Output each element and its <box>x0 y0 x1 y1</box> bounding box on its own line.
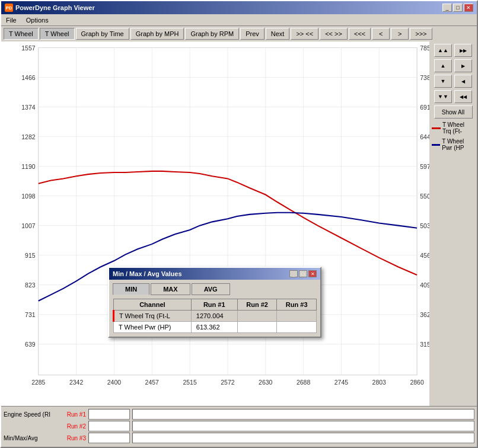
run1-val-1: 1270.004 <box>191 311 237 322</box>
svg-text:731: 731 <box>25 312 36 318</box>
run3-val-2 <box>277 322 317 333</box>
svg-text:2457: 2457 <box>145 379 159 386</box>
svg-text:1098: 1098 <box>21 193 35 200</box>
bottom-row-engine: Engine Speed (RI Run #1 <box>4 409 474 420</box>
graph-by-rpm-button[interactable]: Graph by RPM <box>185 28 239 40</box>
modal-maximize-button[interactable]: □ <box>299 270 307 277</box>
scroll-left-bottom-button[interactable]: ◀◀ <box>454 90 472 103</box>
graph-by-time-button[interactable]: Graph by Time <box>76 28 129 40</box>
legend-torque: T Wheel Trq (Ft- <box>432 121 474 135</box>
menu-options[interactable]: Options <box>24 16 51 24</box>
zoom-out-button[interactable]: << >> <box>320 28 348 40</box>
run2-val-1 <box>237 311 277 322</box>
close-button[interactable]: ✕ <box>464 4 473 12</box>
svg-text:1466: 1466 <box>21 75 35 81</box>
bottom-row-run3: Min/Max/Avg Run #3 <box>4 433 474 443</box>
table-row: T Wheel Trq (Ft-L 1270.004 <box>114 311 317 322</box>
menu-file[interactable]: File <box>4 16 19 24</box>
tab-min[interactable]: MIN <box>113 283 149 295</box>
svg-text:1374: 1374 <box>21 104 35 111</box>
right-panel-row-2: ▲ ▶ <box>434 59 472 72</box>
modal-controls: _ □ ✕ <box>289 270 317 277</box>
scroll-left2-button[interactable]: ◀ <box>454 75 472 88</box>
app-icon: PD <box>5 4 13 12</box>
data-table: Channel Run #1 Run #2 Run #3 T Wheel Trq… <box>113 299 317 333</box>
run1-label: Run #1 <box>59 411 86 418</box>
run2-input[interactable] <box>88 421 130 431</box>
svg-text:2745: 2745 <box>334 379 348 386</box>
svg-text:2572: 2572 <box>221 379 234 386</box>
tab-twheel-1[interactable]: T Wheel <box>4 28 39 40</box>
legend-power-color <box>432 144 440 146</box>
zoom-left-button[interactable]: <<< <box>349 28 371 40</box>
tab-avg[interactable]: AVG <box>192 283 230 295</box>
scroll-up-double-button[interactable]: ▲▲ <box>434 44 452 57</box>
col-run1: Run #1 <box>191 299 237 311</box>
scroll-right-top-button[interactable]: ▶▶ <box>454 44 472 57</box>
run3-input[interactable] <box>88 433 130 443</box>
zoom-in-button[interactable]: >> << <box>291 28 318 40</box>
scroll-down-double-button[interactable]: ▼▼ <box>434 90 452 103</box>
main-content: 1557 1466 1374 1282 1190 1098 1007 915 8… <box>1 41 477 406</box>
modal-tabs: MIN MAX AVG <box>113 283 317 295</box>
scroll-left-button[interactable]: < <box>372 28 390 40</box>
minimize-button[interactable]: _ <box>442 4 452 12</box>
chart-svg: 1557 1466 1374 1282 1190 1098 1007 915 8… <box>1 41 429 406</box>
title-bar: PD PowerDyne Graph Viewer _ □ ✕ <box>1 1 477 14</box>
next-button[interactable]: Next <box>266 28 290 40</box>
zoom-right-button[interactable]: >>> <box>410 28 432 40</box>
svg-text:785: 785 <box>420 45 429 52</box>
svg-text:1282: 1282 <box>21 134 35 140</box>
toolbar: T Wheel T Wheel Graph by Time Graph by M… <box>1 26 477 41</box>
menu-bar: File Options <box>1 14 477 26</box>
run1-val-2: 613.362 <box>191 322 237 333</box>
run3-val-1 <box>277 311 317 322</box>
run3-input-wide[interactable] <box>132 433 474 443</box>
right-panel-row-3: ▼ ◀ <box>434 75 472 88</box>
svg-text:550: 550 <box>420 193 429 200</box>
svg-text:362: 362 <box>420 312 429 318</box>
bottom-panel: Engine Speed (RI Run #1 Run #2 Min/Max/A… <box>1 406 477 447</box>
main-window: PD PowerDyne Graph Viewer _ □ ✕ File Opt… <box>0 0 478 448</box>
run1-input[interactable] <box>88 409 130 420</box>
run2-val-2 <box>237 322 277 333</box>
scroll-right-button[interactable]: > <box>391 28 409 40</box>
title-bar-left: PD PowerDyne Graph Viewer <box>5 4 95 12</box>
svg-text:2688: 2688 <box>297 379 310 386</box>
svg-text:597: 597 <box>420 164 429 170</box>
svg-text:1007: 1007 <box>21 223 35 229</box>
legend-torque-label: T Wheel Trq (Ft- <box>442 121 474 135</box>
scroll-down-button[interactable]: ▼ <box>434 75 452 88</box>
tab-twheel-2[interactable]: T Wheel <box>40 28 75 40</box>
svg-text:1190: 1190 <box>21 164 35 170</box>
svg-text:315: 315 <box>420 341 429 348</box>
channel-1: T Wheel Trq (Ft-L <box>114 311 192 322</box>
channel-2: T Wheel Pwr (HP) <box>114 322 192 333</box>
prev-button[interactable]: Prev <box>240 28 265 40</box>
svg-text:503: 503 <box>420 223 429 229</box>
svg-text:456: 456 <box>420 252 429 259</box>
modal-minimize-button[interactable]: _ <box>289 270 298 277</box>
minmax-label: Min/Max/Avg <box>4 435 57 441</box>
legend-torque-color <box>432 127 441 129</box>
svg-text:639: 639 <box>25 341 36 348</box>
svg-text:2400: 2400 <box>107 379 121 386</box>
tab-max[interactable]: MAX <box>151 283 190 295</box>
minmax-modal: Min / Max / Avg Values _ □ ✕ MIN MAX AVG <box>108 267 321 338</box>
scroll-up-button[interactable]: ▲ <box>434 59 452 72</box>
engine-speed-label: Engine Speed (RI <box>4 411 57 418</box>
legend-power-label: T Wheel Pwr (HP <box>442 138 474 151</box>
run1-input-wide[interactable] <box>132 409 474 420</box>
maximize-button[interactable]: □ <box>453 4 463 12</box>
svg-text:2630: 2630 <box>259 379 272 386</box>
show-all-button[interactable]: Show All <box>434 105 473 119</box>
right-panel-row-1: ▲▲ ▶▶ <box>434 44 472 57</box>
svg-text:1557: 1557 <box>21 45 35 52</box>
scroll-right2-button[interactable]: ▶ <box>454 59 472 72</box>
run2-input-wide[interactable] <box>132 421 474 431</box>
modal-close-button[interactable]: ✕ <box>308 270 317 277</box>
run3-label: Run #3 <box>59 435 86 441</box>
graph-by-mph-button[interactable]: Graph by MPH <box>130 28 184 40</box>
svg-text:691: 691 <box>420 104 429 111</box>
table-row: T Wheel Pwr (HP) 613.362 <box>114 322 317 333</box>
